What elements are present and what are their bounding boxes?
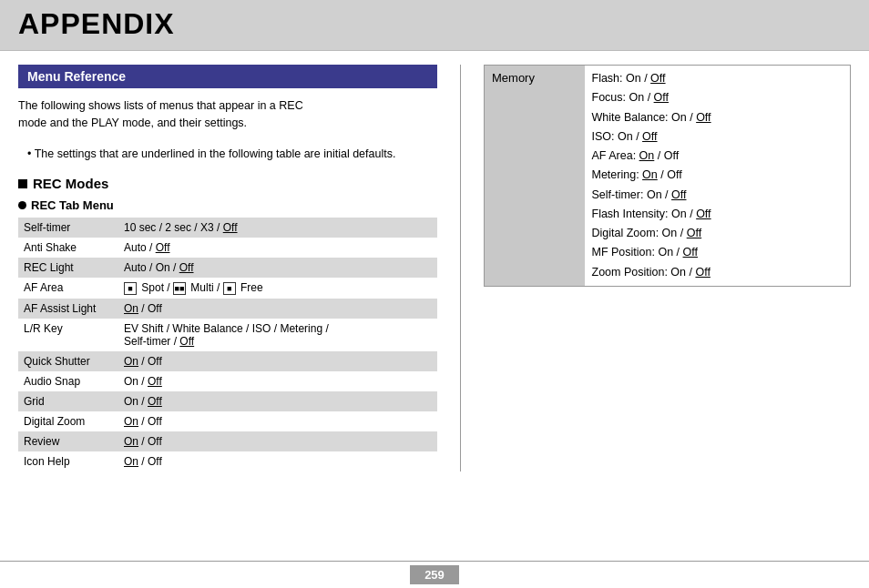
memory-item: Flash: On / Off (592, 69, 843, 88)
table-row: GridOn / Off (18, 391, 437, 411)
memory-item: Flash Intensity: On / Off (592, 205, 843, 224)
square-bullet-icon (18, 179, 27, 188)
rec-tab-menu-heading: REC Tab Menu (18, 198, 437, 212)
table-row: L/R KeyEV Shift / White Balance / ISO / … (18, 319, 437, 351)
table-row: Icon HelpOn / Off (18, 451, 437, 471)
page-footer: 259 (0, 561, 869, 588)
bullet-text: • The settings that are underlined in th… (18, 146, 437, 163)
memory-item: White Balance: On / Off (592, 108, 843, 127)
table-cell-value: ■ Spot / ■■ Multi / ■ Free (118, 278, 437, 299)
table-cell-value: 10 sec / 2 sec / X3 / Off (118, 218, 437, 238)
memory-item: MF Position: On / Off (592, 243, 843, 262)
table-cell-label: Self-timer (18, 218, 118, 238)
left-column: Menu Reference The following shows lists… (18, 65, 437, 471)
table-row: Digital ZoomOn / Off (18, 411, 437, 431)
table-row: Anti ShakeAuto / Off (18, 238, 437, 258)
section-header: Menu Reference (18, 65, 437, 88)
table-row: Audio SnapOn / Off (18, 371, 437, 391)
column-divider (460, 65, 461, 471)
table-cell-value: Auto / Off (118, 238, 437, 258)
memory-item: Digital Zoom: On / Off (592, 224, 843, 243)
memory-values-cell: Flash: On / OffFocus: On / OffWhite Bala… (585, 66, 851, 287)
memory-item: AF Area: On / Off (592, 147, 843, 166)
memory-label-cell: Memory (485, 66, 585, 287)
circle-bullet-icon (18, 201, 26, 209)
rec-tab-menu-table: Self-timer10 sec / 2 sec / X3 / OffAnti … (18, 218, 437, 471)
page-header: APPENDIX (0, 0, 869, 51)
rec-modes-heading: REC Modes (18, 176, 437, 191)
table-cell-label: Grid (18, 391, 118, 411)
table-cell-label: AF Area (18, 278, 118, 299)
table-cell-label: Audio Snap (18, 371, 118, 391)
memory-item: Self-timer: On / Off (592, 186, 843, 205)
content-area: Menu Reference The following shows lists… (0, 51, 869, 485)
table-cell-label: Review (18, 431, 118, 451)
table-cell-label: REC Light (18, 258, 118, 278)
table-row: Quick ShutterOn / Off (18, 351, 437, 371)
table-cell-value: EV Shift / White Balance / ISO / Meterin… (118, 319, 437, 351)
table-cell-value: On / Off (118, 299, 437, 319)
table-row: Self-timer10 sec / 2 sec / X3 / Off (18, 218, 437, 238)
table-row: ReviewOn / Off (18, 431, 437, 451)
page-number: 259 (410, 565, 459, 584)
table-cell-label: Quick Shutter (18, 351, 118, 371)
table-cell-value: On / Off (118, 351, 437, 371)
table-cell-value: On / Off (118, 431, 437, 451)
intro-text: The following shows lists of menus that … (18, 97, 437, 132)
table-cell-value: On / Off (118, 411, 437, 431)
table-cell-value: On / Off (118, 371, 437, 391)
memory-row: Memory Flash: On / OffFocus: On / OffWhi… (485, 66, 851, 287)
table-cell-label: Anti Shake (18, 238, 118, 258)
memory-item: Focus: On / Off (592, 88, 843, 107)
memory-item: Zoom Position: On / Off (592, 263, 843, 282)
table-cell-label: AF Assist Light (18, 299, 118, 319)
table-cell-value: Auto / On / Off (118, 258, 437, 278)
table-cell-value: On / Off (118, 451, 437, 471)
table-cell-value: On / Off (118, 391, 437, 411)
table-cell-label: L/R Key (18, 319, 118, 351)
table-cell-label: Icon Help (18, 451, 118, 471)
table-cell-label: Digital Zoom (18, 411, 118, 431)
page-title: APPENDIX (18, 7, 851, 41)
memory-table: Memory Flash: On / OffFocus: On / OffWhi… (484, 65, 851, 287)
page-container: APPENDIX Menu Reference The following sh… (0, 0, 869, 588)
table-row: REC LightAuto / On / Off (18, 258, 437, 278)
right-column: Memory Flash: On / OffFocus: On / OffWhi… (484, 65, 851, 471)
memory-item: ISO: On / Off (592, 127, 843, 147)
table-row: AF Assist LightOn / Off (18, 299, 437, 319)
memory-item: Metering: On / Off (592, 166, 843, 185)
table-row: AF Area■ Spot / ■■ Multi / ■ Free (18, 278, 437, 299)
